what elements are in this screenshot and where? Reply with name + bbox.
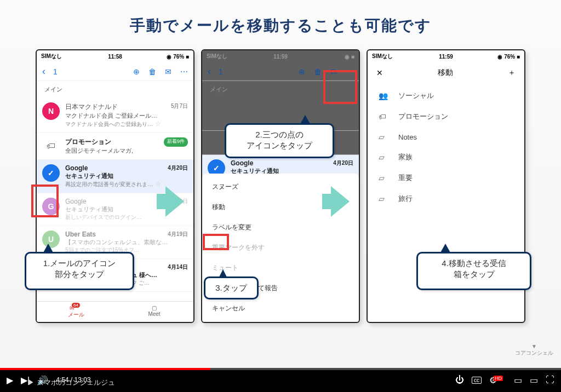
move-item-promo[interactable]: 🏷プロモーション bbox=[368, 106, 524, 127]
back-icon[interactable]: ‹ bbox=[42, 66, 45, 77]
mail-row[interactable]: N 日本マクドナルド5月7日 マクドナルド会員 ご登録メール… マクドナルド会員… bbox=[37, 98, 193, 133]
trash-icon[interactable]: 🗑 bbox=[148, 67, 156, 76]
carrier-label: SIMなし bbox=[207, 53, 227, 60]
archive-icon[interactable]: ⊕ bbox=[299, 67, 305, 76]
trash-icon[interactable]: 🗑 bbox=[314, 67, 322, 76]
star-icon[interactable]: ☆ bbox=[155, 120, 161, 128]
checkmark-avatar[interactable]: ✓ bbox=[42, 164, 60, 182]
new-badge: 新着9件 bbox=[164, 137, 188, 147]
battery-label: ◉ 76% ■ bbox=[167, 54, 189, 60]
more-icon[interactable]: ⋯ bbox=[180, 67, 188, 76]
callout-step-4: 4.移動させる受信 箱をタップ bbox=[416, 252, 531, 290]
tab-meet[interactable]: ▢Meet bbox=[115, 302, 193, 322]
callout-step-1: 1.メールのアイコン 部分をタップ bbox=[25, 252, 134, 290]
back-icon[interactable]: ‹ bbox=[208, 66, 211, 77]
move-item-notes[interactable]: ▱Notes bbox=[368, 127, 524, 147]
move-title: 移動 bbox=[438, 68, 453, 78]
archive-icon[interactable]: ⊕ bbox=[133, 67, 140, 76]
clock: 11:59 bbox=[273, 54, 288, 60]
label-icon: ▱ bbox=[379, 153, 388, 162]
callout-step-2: 2.三つの点の アイコンをタップ bbox=[225, 123, 334, 158]
star-icon[interactable]: ☆ bbox=[155, 180, 161, 188]
battery-label: ◉ 76% ■ bbox=[497, 54, 520, 60]
people-icon: 👥 bbox=[379, 91, 388, 100]
mail-row[interactable]: 🏷 プロモーション新着9件 全国ジモティーメルマガ, bbox=[37, 133, 193, 160]
mail-icon[interactable]: ✉ bbox=[165, 67, 171, 76]
video-title: ▶ スマホのコンシェルジュ bbox=[27, 378, 115, 388]
callout-step-3: 3.タップ bbox=[204, 276, 259, 299]
label-icon: ▱ bbox=[379, 132, 388, 141]
move-item-social[interactable]: 👥ソーシャル bbox=[368, 85, 524, 106]
watermark-logo: ▼コアコンシェル bbox=[515, 343, 553, 357]
miniplayer-button[interactable]: ▭ bbox=[514, 375, 522, 385]
move-item-travel[interactable]: ▱旅行 bbox=[368, 188, 524, 209]
section-main: メイン bbox=[37, 81, 193, 98]
close-icon[interactable]: ✕ bbox=[376, 68, 383, 77]
slide-title: 手動でメールを移動することも可能です bbox=[0, 0, 561, 36]
player-controls: ▶ ▶| 🔊 4:54 / 13:03 ▶ スマホのコンシェルジュ ⏻ cc ⚙… bbox=[0, 368, 561, 392]
captions-button[interactable]: cc bbox=[472, 377, 482, 384]
flow-arrow bbox=[165, 186, 184, 217]
carrier-label: SIMなし bbox=[41, 53, 62, 60]
avatar[interactable]: N bbox=[42, 102, 60, 120]
highlight-box-3 bbox=[203, 234, 229, 250]
video-slide: 手動でメールを移動することも可能です SIMなし 11:58 ◉ 76% ■ ‹… bbox=[0, 0, 561, 368]
move-item-important[interactable]: ▱重要 bbox=[368, 168, 524, 188]
highlight-box-1 bbox=[31, 185, 59, 217]
fullscreen-button[interactable]: ⛶ bbox=[546, 375, 554, 385]
sheet-cancel[interactable]: キャンセル bbox=[202, 298, 359, 319]
carrier-label: SIMなし bbox=[372, 53, 393, 60]
tab-mail[interactable]: ✉64メール bbox=[37, 302, 115, 322]
flow-arrow bbox=[331, 186, 350, 217]
settings-button[interactable]: ⚙HD bbox=[489, 375, 506, 385]
tag-icon: 🏷 bbox=[42, 137, 60, 155]
battery-label: ◉ ■ bbox=[345, 54, 354, 60]
plus-icon[interactable]: ＋ bbox=[508, 68, 516, 78]
selection-count: 1 bbox=[53, 67, 58, 76]
tag-icon: 🏷 bbox=[379, 112, 388, 121]
highlight-box-2 bbox=[323, 70, 357, 104]
theater-button[interactable]: ▭ bbox=[530, 375, 538, 385]
move-item-family[interactable]: ▱家族 bbox=[368, 147, 524, 168]
autoplay-toggle[interactable]: ⏻ bbox=[455, 375, 464, 385]
label-icon: ▱ bbox=[379, 174, 388, 182]
play-button[interactable]: ▶ bbox=[7, 375, 13, 385]
selection-count: 1 bbox=[219, 67, 223, 76]
clock: 11:59 bbox=[439, 54, 453, 60]
label-icon: ▱ bbox=[379, 194, 388, 203]
clock: 11:58 bbox=[108, 54, 122, 60]
